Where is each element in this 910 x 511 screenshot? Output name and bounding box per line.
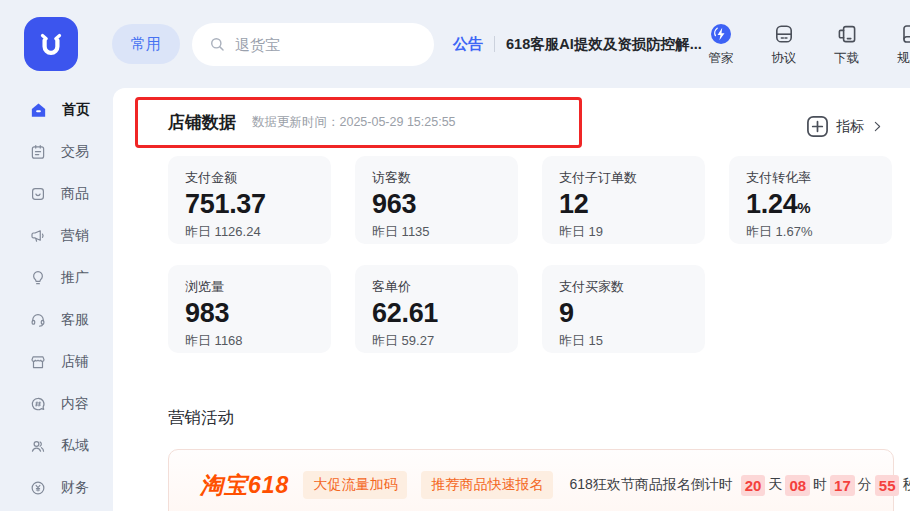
promo-banner-618[interactable]: 淘宝618 大促流量加码 推荐商品快速报名 618狂欢节商品报名倒计时 20 天… bbox=[168, 449, 894, 511]
stat-yesterday: 昨日 1126.24 bbox=[185, 223, 314, 241]
butler-label: 管家 bbox=[708, 50, 733, 67]
trade-icon bbox=[29, 143, 47, 161]
sidebar-item-label: 商品 bbox=[61, 185, 89, 203]
stat-card-page-views[interactable]: 浏览量 983 昨日 1168 bbox=[168, 265, 331, 353]
marketing-section-title: 营销活动 bbox=[168, 407, 234, 429]
countdown-unit: 天 bbox=[768, 476, 782, 494]
countdown-seconds: 55 bbox=[875, 475, 900, 496]
top-actions: 管家 协议 下载 bbox=[702, 22, 910, 67]
sidebar-item-trade[interactable]: 交易 bbox=[0, 131, 113, 173]
countdown-label: 618狂欢节商品报名倒计时 bbox=[569, 476, 732, 494]
stat-yesterday: 昨日 1168 bbox=[185, 332, 314, 350]
content-icon bbox=[29, 395, 47, 413]
quick-access-button[interactable]: 常用 bbox=[112, 24, 180, 64]
sidebar-item-content[interactable]: 内容 bbox=[0, 383, 113, 425]
home-icon bbox=[29, 101, 48, 120]
stat-card-conversion-rate[interactable]: 支付转化率 1.24% 昨日 1.67% bbox=[729, 156, 892, 244]
agreement-icon bbox=[772, 22, 796, 46]
stat-card-avg-order-value[interactable]: 客单价 62.61 昨日 59.27 bbox=[355, 265, 518, 353]
stat-yesterday: 昨日 59.27 bbox=[372, 332, 501, 350]
stat-card-paying-buyers[interactable]: 支付买家数 9 昨日 15 bbox=[542, 265, 705, 353]
stat-value: 751.37 bbox=[185, 190, 314, 220]
sidebar-item-private-domain[interactable]: 私域 bbox=[0, 425, 113, 467]
announcement-text: 618客服AI提效及资损防控解... bbox=[506, 35, 702, 54]
countdown-hours: 08 bbox=[785, 475, 810, 496]
butler-button[interactable]: 管家 bbox=[702, 22, 740, 67]
stat-value: 1.24% bbox=[746, 190, 875, 220]
search-icon bbox=[208, 35, 227, 54]
sidebar-item-label: 交易 bbox=[61, 143, 89, 161]
stat-label: 支付子订单数 bbox=[559, 169, 688, 187]
rules-label: 规则 bbox=[897, 50, 910, 67]
stat-label: 支付买家数 bbox=[559, 278, 688, 296]
agreement-label: 协议 bbox=[771, 50, 796, 67]
sidebar-item-goods[interactable]: 商品 bbox=[0, 173, 113, 215]
download-label: 下载 bbox=[834, 50, 859, 67]
marketing-icon bbox=[29, 227, 47, 245]
sidebar-item-marketing[interactable]: 营销 bbox=[0, 215, 113, 257]
stat-card-visitors[interactable]: 访客数 963 昨日 1135 bbox=[355, 156, 518, 244]
rules-button[interactable]: 规则 bbox=[891, 22, 910, 67]
stat-yesterday: 昨日 19 bbox=[559, 223, 688, 241]
qianniu-logo[interactable] bbox=[24, 17, 78, 71]
main-panel: 店铺数据 数据更新时间：2025-05-29 15:25:55 指标 支付金额 … bbox=[113, 88, 910, 511]
stat-label: 浏览量 bbox=[185, 278, 314, 296]
stat-label: 支付金额 bbox=[185, 169, 314, 187]
countdown-timer: 20 天 08 时 17 分 55 秒 bbox=[741, 475, 910, 496]
sidebar-item-label: 内容 bbox=[61, 395, 89, 413]
top-bar: 常用 公告 618客服AI提效及资损防控解... 管家 bbox=[0, 0, 910, 88]
sidebar-item-promotion[interactable]: 推广 bbox=[0, 257, 113, 299]
quick-access-label: 常用 bbox=[131, 35, 161, 54]
sidebar-item-shop[interactable]: 店铺 bbox=[0, 341, 113, 383]
countdown-days: 20 bbox=[741, 475, 766, 496]
promo-tag[interactable]: 推荐商品快速报名 bbox=[421, 471, 553, 499]
announcement-label: 公告 bbox=[453, 35, 483, 54]
page-title: 店铺数据 bbox=[168, 111, 236, 134]
finance-icon bbox=[29, 479, 47, 497]
shop-icon bbox=[29, 353, 47, 371]
download-button[interactable]: 下载 bbox=[828, 22, 866, 67]
sidebar-item-customer-service[interactable]: 客服 bbox=[0, 299, 113, 341]
stat-value: 983 bbox=[185, 299, 314, 329]
sidebar-item-label: 私域 bbox=[61, 437, 89, 455]
sidebar-item-finance[interactable]: 财务 bbox=[0, 467, 113, 509]
search-box[interactable] bbox=[192, 23, 434, 66]
stat-value: 9 bbox=[559, 299, 688, 329]
announcement-bar[interactable]: 公告 618客服AI提效及资损防控解... bbox=[453, 35, 702, 54]
stat-yesterday: 昨日 1135 bbox=[372, 223, 501, 241]
sidebar-item-label: 店铺 bbox=[61, 353, 89, 371]
stat-value: 963 bbox=[372, 190, 501, 220]
promotion-icon bbox=[29, 269, 47, 287]
download-icon bbox=[835, 22, 859, 46]
divider bbox=[494, 36, 495, 52]
shop-data-header: 店铺数据 数据更新时间：2025-05-29 15:25:55 bbox=[168, 111, 456, 134]
sidebar-item-home[interactable]: 首页 bbox=[0, 89, 113, 131]
stat-card-pay-amount[interactable]: 支付金额 751.37 昨日 1126.24 bbox=[168, 156, 331, 244]
sidebar-nav: 首页 交易 商品 营销 bbox=[0, 88, 113, 511]
agreement-button[interactable]: 协议 bbox=[765, 22, 803, 67]
sidebar-item-label: 营销 bbox=[61, 227, 89, 245]
customer-service-icon bbox=[29, 311, 47, 329]
stat-label: 支付转化率 bbox=[746, 169, 875, 187]
countdown-unit: 时 bbox=[813, 476, 827, 494]
stat-yesterday: 昨日 15 bbox=[559, 332, 688, 350]
countdown-unit: 分 bbox=[858, 476, 872, 494]
goods-icon bbox=[29, 185, 47, 203]
stat-value: 12 bbox=[559, 190, 688, 220]
stat-yesterday: 昨日 1.67% bbox=[746, 223, 875, 241]
taobao-618-logo: 淘宝618 bbox=[200, 470, 289, 501]
stat-card-sub-orders[interactable]: 支付子订单数 12 昨日 19 bbox=[542, 156, 705, 244]
metric-button-label: 指标 bbox=[836, 118, 864, 136]
sidebar-item-label: 推广 bbox=[61, 269, 89, 287]
promo-tag[interactable]: 大促流量加码 bbox=[303, 471, 407, 499]
sidebar-item-label: 客服 bbox=[61, 311, 89, 329]
private-domain-icon bbox=[29, 437, 47, 455]
plus-square-icon bbox=[806, 115, 829, 138]
countdown-unit: 秒 bbox=[902, 476, 910, 494]
search-input[interactable] bbox=[235, 36, 405, 53]
stat-label: 访客数 bbox=[372, 169, 501, 187]
sidebar-item-label: 首页 bbox=[62, 101, 90, 119]
metric-config-button[interactable]: 指标 bbox=[806, 115, 884, 138]
stat-value: 62.61 bbox=[372, 299, 501, 329]
sidebar-item-label: 财务 bbox=[61, 479, 89, 497]
